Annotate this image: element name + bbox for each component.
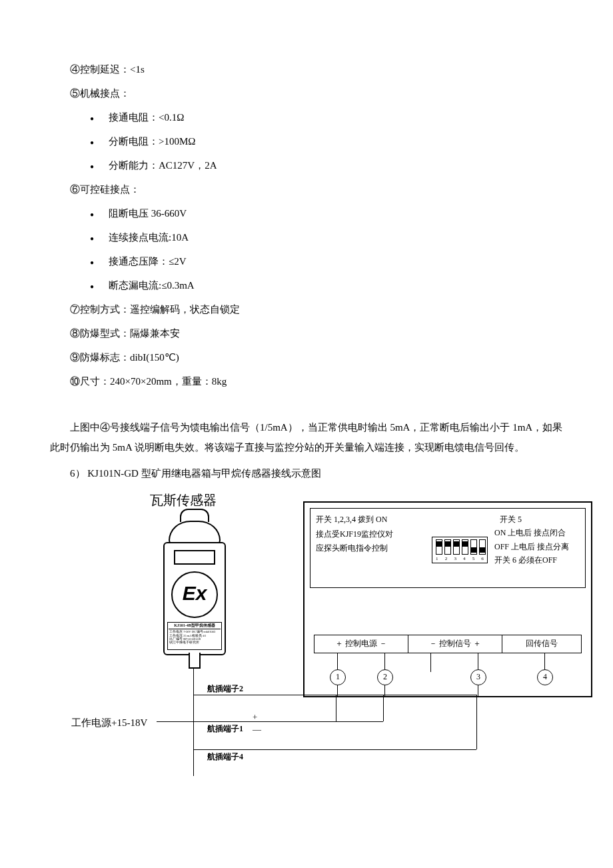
page: ④控制延迟：<1s ⑤机械接点： 接通电阻：<0.1Ω 分断电阻：>100MΩ … <box>0 0 613 823</box>
plug-4-label: 航插端子4 <box>207 751 243 763</box>
dip-num-1: 1 <box>436 555 438 563</box>
spec-5a-text: 接通电阻：<0.1Ω <box>109 112 184 123</box>
spec-6b-text: 连续接点电流:10A <box>109 232 189 243</box>
sensor-nameplate: KJ101-4B型甲烷传感器 工作电压 7-20V DC 编号:mk01003 … <box>167 622 222 650</box>
spec-4: ④控制延迟：<1s <box>50 61 563 77</box>
wire-plug-1 <box>193 721 383 722</box>
dip-num-6: 6 <box>481 555 484 563</box>
spec-6c-text: 接通态压降：≤2V <box>109 256 187 267</box>
spec-6a-text: 阻断电压 36-660V <box>109 208 187 219</box>
spec-5a: 接通电阻：<0.1Ω <box>50 109 563 125</box>
dip-text-a2: 接点受KJF19监控仪对 <box>316 527 429 542</box>
spec-5c: 分断能力：AC127V，2A <box>50 157 563 173</box>
spec-6c: 接通态压降：≤2V <box>50 253 563 269</box>
spec-6d: 断态漏电流:≤0.3mA <box>50 277 563 293</box>
spec-8: ⑧防爆型式：隔爆兼本安 <box>50 325 563 341</box>
dip-num-5: 5 <box>472 555 475 563</box>
dip-num-4: 4 <box>463 555 466 563</box>
spec-6d-text: 断态漏电流:≤0.3mA <box>109 280 195 291</box>
wire-psu <box>157 721 193 722</box>
spec-9: ⑨防爆标志：dibI(150℃) <box>50 349 563 365</box>
description-paragraph: 上图中④号接线端子信号为馈电输出信号（1/5mA），当正常供电时输出 5mA，正… <box>50 417 563 457</box>
spec-6: ⑥可控硅接点： <box>50 181 563 197</box>
nameplate-body: 工作电压 7-20V DC 编号:mk01003 工作电流 25 mA 检验员:… <box>169 629 221 645</box>
wiring-diagram: 瓦斯传感器 Ex KJ101-4B型甲烷传感器 工作电压 7-20V DC 编号… <box>77 489 596 796</box>
dip-text-a1: 开关 1,2,3,4 拨到 ON <box>316 513 429 527</box>
section-6-heading: 6） KJ101N-GD 型矿用继电器箱与甲烷传感器接线示意图 <box>50 465 563 481</box>
spec-5c-text: 分断能力：AC127V，2A <box>109 160 217 171</box>
dip-switch-icon: 1 2 3 4 5 6 <box>432 537 488 563</box>
dip-info-panel: 开关 1,2,3,4 拨到 ON 接点受KJF19监控仪对 应探头断电指令控制 … <box>310 508 586 588</box>
spec-5b-text: 分断电阻：>100MΩ <box>109 136 195 147</box>
nameplate-title: KJ101-4B型甲烷传感器 <box>169 623 221 629</box>
dip-num-2: 2 <box>445 555 448 563</box>
plug-1-label: 航插端子1 <box>207 723 243 735</box>
terminal-2: 2 <box>377 669 393 685</box>
spec-6b: 连续接点电流:10A <box>50 229 563 245</box>
terminal-panel: ＋ 控制电源 － － 控制信号 ＋ 回传信号 <box>314 635 582 653</box>
terminal-label-power: ＋ 控制电源 － <box>314 635 408 653</box>
terminal-label-feedback: 回传信号 <box>502 635 581 653</box>
sensor-title: 瓦斯传感器 <box>150 489 217 511</box>
dip-num-3: 3 <box>454 555 456 563</box>
spec-5: ⑤机械接点： <box>50 85 563 101</box>
terminal-1: 1 <box>330 669 346 685</box>
spec-6a: 阻断电压 36-660V <box>50 205 563 221</box>
minus-sign: — <box>253 723 261 737</box>
psu-label: 工作电源+15-18V <box>71 715 147 731</box>
wire-plug-4 <box>193 749 476 750</box>
wire-t2-drop <box>383 695 384 721</box>
dip-text-b1: 开关 5 <box>433 513 580 526</box>
relay-box: 开关 1,2,3,4 拨到 ON 接点受KJF19监控仪对 应探头断电指令控制 … <box>303 501 592 697</box>
ex-mark-icon: Ex <box>171 571 218 618</box>
wire-t1-drop <box>336 695 336 721</box>
gas-sensor-icon: Ex KJ101-4B型甲烷传感器 工作电压 7-20V DC 编号:mk010… <box>157 513 230 659</box>
spec-5b: 分断电阻：>100MΩ <box>50 133 563 149</box>
dip-text-a3: 应探头断电指令控制 <box>316 541 429 556</box>
spec-10: ⑩尺寸：240×70×20mm，重量：8kg <box>50 373 563 389</box>
plug-2-label: 航插端子2 <box>207 683 243 695</box>
terminal-3: 3 <box>470 669 486 685</box>
terminal-label-signal: － 控制信号 ＋ <box>408 635 502 653</box>
terminal-4: 4 <box>537 669 553 685</box>
spec-7: ⑦控制方式：遥控编解码，状态自锁定 <box>50 301 563 317</box>
